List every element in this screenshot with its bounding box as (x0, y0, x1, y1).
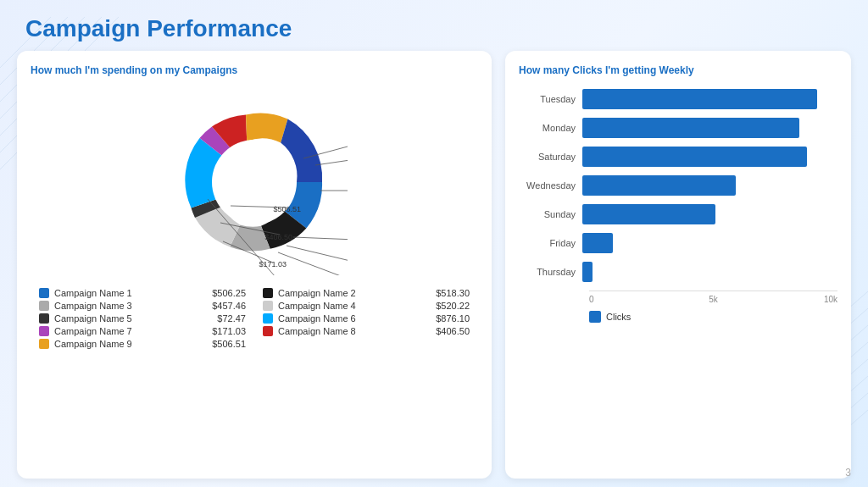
legend-label-1: Campaign Name 1 (54, 288, 132, 298)
legend-label-7: Campaign Name 7 (54, 326, 132, 336)
bar-legend-color (589, 311, 601, 323)
legend-color-6 (263, 313, 273, 324)
bar-track-thursday (582, 262, 837, 282)
bar-fill-saturday (582, 147, 807, 167)
donut-svg: $501.28 $506.25 $518.30 $506.51 $406.50 … (161, 89, 348, 275)
legend-value-2: $518.30 (436, 288, 470, 298)
legend-label-6: Campaign Name 6 (278, 313, 356, 324)
svg-line-29 (293, 237, 348, 243)
legend-item-7: Campaign Name 7 $171.03 (39, 326, 246, 336)
legend-item-9: Campaign Name 9 $506.51 (39, 339, 246, 349)
legend-label-5: Campaign Name 5 (54, 313, 132, 324)
svg-line-31 (287, 246, 348, 275)
bar-track-sunday (582, 204, 837, 224)
donut-legend: Campaign Name 1 $506.25 Campaign Name 2 … (31, 288, 478, 349)
legend-color-8 (263, 326, 273, 336)
bar-track-tuesday (582, 89, 837, 109)
bar-row-tuesday: Tuesday (519, 89, 837, 109)
bar-label-thursday: Thursday (519, 267, 582, 277)
bar-row-monday: Monday (519, 118, 837, 138)
bar-fill-monday (582, 118, 799, 138)
legend-label-4: Campaign Name 4 (278, 301, 356, 311)
bar-label-wednesday: Wednesday (519, 180, 582, 191)
bar-label-sunday: Sunday (519, 209, 582, 219)
legend-value-3: $457.46 (212, 301, 246, 311)
bar-title: How many Clicks I'm getting Weekly (519, 64, 837, 76)
legend-value-4: $520.22 (436, 301, 470, 311)
bar-row-friday: Friday (519, 233, 837, 253)
legend-label-8: Campaign Name 8 (278, 326, 356, 336)
donut-title: How much I'm spending on my Campaigns (31, 64, 478, 76)
bar-fill-sunday (582, 204, 715, 224)
legend-item-1: Campaign Name 1 $506.25 (39, 288, 246, 298)
legend-value-1: $506.25 (212, 288, 246, 298)
page-number: 3 (845, 467, 851, 479)
svg-text:$506.51: $506.51 (273, 205, 301, 213)
x-tick-0: 0 (589, 295, 672, 304)
bar-legend-label: Clicks (606, 312, 631, 322)
bar-chart-area: Tuesday Monday Saturday (519, 85, 837, 460)
legend-color-9 (39, 339, 49, 349)
legend-label-2: Campaign Name 2 (278, 288, 356, 298)
bar-chart-legend: Clicks (589, 311, 837, 323)
bar-row-saturday: Saturday (519, 147, 837, 167)
x-axis: 0 5k 10k (589, 291, 837, 304)
legend-value-5: $72.47 (217, 313, 246, 324)
bar-track-friday (582, 233, 837, 253)
legend-value-8: $406.50 (436, 326, 470, 336)
donut-chart-area: $501.28 $506.25 $518.30 $506.51 $406.50 … (31, 85, 478, 279)
donut-card: How much I'm spending on my Campaigns (17, 51, 492, 479)
legend-item-5: Campaign Name 5 $72.47 (39, 313, 246, 324)
legend-label-9: Campaign Name 9 (54, 339, 132, 349)
bar-fill-friday (582, 233, 613, 253)
legend-color-3 (39, 301, 49, 311)
bar-label-tuesday: Tuesday (519, 94, 582, 104)
legend-item-8: Campaign Name 8 $406.50 (263, 326, 470, 336)
legend-item-2: Campaign Name 2 $518.30 (263, 288, 470, 298)
bar-fill-wednesday (582, 175, 736, 196)
bar-label-saturday: Saturday (519, 152, 582, 162)
legend-color-1 (39, 288, 49, 298)
charts-container: How much I'm spending on my Campaigns (0, 51, 868, 479)
bar-track-saturday (582, 147, 837, 167)
legend-color-2 (263, 288, 273, 298)
bar-track-monday (582, 118, 837, 138)
bar-track-wednesday (582, 175, 837, 196)
bar-card: How many Clicks I'm getting Weekly Tuesd… (505, 51, 851, 479)
legend-color-5 (39, 313, 49, 324)
legend-value-9: $506.51 (212, 339, 246, 349)
bar-row-wednesday: Wednesday (519, 175, 837, 196)
legend-value-6: $876.10 (436, 313, 470, 324)
svg-text:$171.03: $171.03 (259, 260, 287, 268)
bar-label-monday: Monday (519, 123, 582, 133)
legend-label-3: Campaign Name 3 (54, 301, 132, 311)
bar-label-friday: Friday (519, 238, 582, 248)
legend-color-4 (263, 301, 273, 311)
bar-row-thursday: Thursday (519, 262, 837, 282)
x-tick-10k: 10k (754, 295, 837, 304)
bar-row-sunday: Sunday (519, 204, 837, 224)
legend-item-3: Campaign Name 3 $457.46 (39, 301, 246, 311)
x-tick-5k: 5k (672, 295, 755, 304)
legend-item-4: Campaign Name 4 $520.22 (263, 301, 470, 311)
legend-color-7 (39, 326, 49, 336)
legend-item-6: Campaign Name 6 $876.10 (263, 313, 470, 324)
page-title: Campaign Performance (0, 0, 868, 51)
bar-fill-thursday (582, 262, 593, 282)
legend-value-7: $171.03 (212, 326, 246, 336)
svg-line-33 (278, 252, 348, 275)
bar-fill-tuesday (582, 89, 817, 109)
